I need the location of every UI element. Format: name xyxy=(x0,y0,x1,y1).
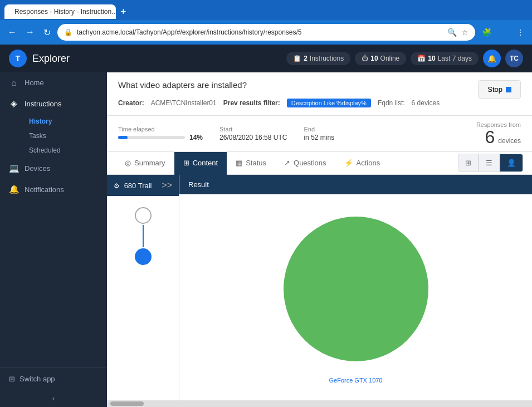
instructions-icon: ◈ xyxy=(9,99,19,109)
devices-icon: 💻 xyxy=(9,163,19,173)
result-label: Result xyxy=(188,180,209,189)
url-text: tachyon.acme.local/Tachyon/App/#/explore… xyxy=(77,28,443,36)
trail-expand-button[interactable]: >> xyxy=(162,180,172,190)
account-icon[interactable]: 👤 xyxy=(497,27,511,38)
top-nav-right: 📋 2 Instructions ⏻ 10 Online 📅 10 Last 7… xyxy=(286,50,523,67)
questions-tab-icon: ↗ xyxy=(284,159,290,167)
scroll-thumb[interactable] xyxy=(110,401,144,406)
instructions-pill[interactable]: 📋 2 Instructions xyxy=(286,52,350,65)
address-bar: ← → ↻ 🔒 tachyon.acme.local/Tachyon/App/#… xyxy=(0,20,532,45)
chart-area: GeForce GTX 1070 xyxy=(179,194,532,384)
main-layout: ⌂ Home ◈ Instructions History Tasks Sche… xyxy=(0,72,532,407)
start-label: Start xyxy=(219,126,287,133)
sidebar-item-devices[interactable]: 💻 Devices xyxy=(0,158,107,179)
online-pill-icon: ⏻ xyxy=(362,55,368,62)
stats-bar: Time elapsed 14% Start 26/08/2020 16:58 … xyxy=(107,116,532,152)
pie-segment xyxy=(284,217,428,361)
tab-status[interactable]: ▦ Status xyxy=(227,152,275,175)
search-icon[interactable]: 🔍 xyxy=(447,28,457,37)
tab-title: Responses - History - Instruction... xyxy=(14,8,116,16)
trail-body xyxy=(107,196,179,276)
summary-tab-label: Summary xyxy=(134,159,165,167)
url-actions: 🔍 ☆ xyxy=(447,28,468,37)
question-meta: Creator: ACME\TCNInstaller01 Prev result… xyxy=(118,99,521,107)
start-value: 26/08/2020 16:58 UTC xyxy=(219,134,287,141)
switch-app-icon: ⊞ xyxy=(9,375,15,383)
instructions-submenu: History Tasks Scheduled xyxy=(0,114,107,158)
lastdays-pill-icon: 📅 xyxy=(417,55,426,62)
creator-value: ACME\TCNInstaller01 xyxy=(151,99,217,107)
trail-line xyxy=(143,225,144,247)
online-pill[interactable]: ⏻ 10 Online xyxy=(355,52,406,65)
end-stat: End in 52 mins xyxy=(304,126,334,141)
pie-label: GeForce GTX 1070 xyxy=(329,377,383,384)
sidebar-home-label: Home xyxy=(25,79,44,87)
browser-actions: 🧩 👤 ⋮ xyxy=(480,27,526,38)
list-view-button[interactable]: ☰ xyxy=(479,154,500,172)
forward-button[interactable]: → xyxy=(23,26,37,38)
progress-fill xyxy=(118,136,128,139)
instructions-pill-label: Instructions xyxy=(310,55,344,62)
logo-icon: T xyxy=(9,50,27,67)
sidebar-item-notifications[interactable]: 🔔 Notifications xyxy=(0,179,107,200)
elapsed-label: Time elapsed xyxy=(118,126,203,133)
back-button[interactable]: ← xyxy=(6,26,19,38)
question-title: What video adapters are installed? xyxy=(118,80,247,90)
progress-container: 14% xyxy=(118,134,203,141)
user-avatar[interactable]: TC xyxy=(505,50,523,67)
sidebar-item-instructions[interactable]: ◈ Instructions xyxy=(0,93,107,114)
tab-actions[interactable]: ⚡ Actions xyxy=(335,152,389,175)
end-value: in 52 mins xyxy=(304,134,334,141)
horizontal-scrollbar[interactable] xyxy=(107,400,532,407)
lastdays-pill-label: Last 7 days xyxy=(438,55,472,62)
time-elapsed-stat: Time elapsed 14% xyxy=(118,126,203,141)
sidebar-sub-history[interactable]: History xyxy=(25,114,107,129)
app: T Explorer 📋 2 Instructions ⏻ 10 Online … xyxy=(0,45,532,407)
trail-result-area: ⚙ 680 Trail >> Result xyxy=(107,175,532,400)
app-logo: T Explorer xyxy=(9,50,70,67)
user-view-button[interactable]: 👤 xyxy=(500,154,523,172)
actions-tab-icon: ⚡ xyxy=(344,159,353,167)
fqdn-label: Fqdn list: xyxy=(378,99,405,107)
notifications-bell[interactable]: 🔔 xyxy=(483,50,501,67)
tab-bar: Responses - History - Instruction... ✕ + xyxy=(0,0,532,20)
sidebar-item-home[interactable]: ⌂ Home xyxy=(0,72,107,93)
sidebar-collapse-button[interactable]: ‹ xyxy=(0,390,107,407)
instructions-pill-icon: 📋 xyxy=(293,55,301,62)
end-label: End xyxy=(304,126,334,133)
stop-label: Stop xyxy=(487,85,502,94)
lastdays-pill[interactable]: 📅 10 Last 7 days xyxy=(411,52,479,65)
trail-title: ⚙ 680 Trail xyxy=(114,182,152,190)
stop-button[interactable]: Stop xyxy=(478,80,521,99)
active-tab[interactable]: Responses - History - Instruction... ✕ xyxy=(4,4,116,19)
sidebar-sub-scheduled[interactable]: Scheduled xyxy=(25,143,107,158)
notifications-icon: 🔔 xyxy=(9,184,19,194)
sidebar: ⌂ Home ◈ Instructions History Tasks Sche… xyxy=(0,72,107,407)
result-header: Result xyxy=(179,175,532,194)
refresh-button[interactable]: ↻ xyxy=(41,26,53,39)
url-bar[interactable]: 🔒 tachyon.acme.local/Tachyon/App/#/explo… xyxy=(57,24,475,41)
tab-summary[interactable]: ◎ Summary xyxy=(116,152,174,175)
collapse-icon: ‹ xyxy=(52,394,55,403)
tab-questions[interactable]: ↗ Questions xyxy=(275,152,335,175)
tab-content[interactable]: ⊞ Content xyxy=(174,152,227,175)
responses-from-label: Responses from xyxy=(476,121,521,128)
lock-icon: 🔒 xyxy=(64,28,72,36)
fqdn-value: 6 devices xyxy=(412,99,440,107)
grid-view-button[interactable]: ⊞ xyxy=(458,154,479,172)
bookmark-icon[interactable]: ☆ xyxy=(461,28,468,37)
elapsed-percent: 14% xyxy=(189,134,203,141)
instructions-count: 2 xyxy=(304,55,308,62)
question-header: What video adapters are installed? Stop … xyxy=(107,72,532,116)
menu-icon[interactable]: ⋮ xyxy=(514,27,526,38)
switch-app-button[interactable]: ⊞ Switch app xyxy=(9,375,98,383)
view-toggle: ⊞ ☰ 👤 xyxy=(458,154,523,172)
sidebar-sub-tasks[interactable]: Tasks xyxy=(25,129,107,143)
trail-node-start xyxy=(135,207,152,224)
status-tab-label: Status xyxy=(246,159,266,167)
extensions-icon[interactable]: 🧩 xyxy=(480,27,494,38)
result-panel: Result GeForce GTX 1070 xyxy=(179,175,532,400)
new-tab-button[interactable]: + xyxy=(116,5,131,19)
responses-unit: devices xyxy=(498,137,521,145)
pie-chart: GeForce GTX 1070 xyxy=(272,205,440,372)
